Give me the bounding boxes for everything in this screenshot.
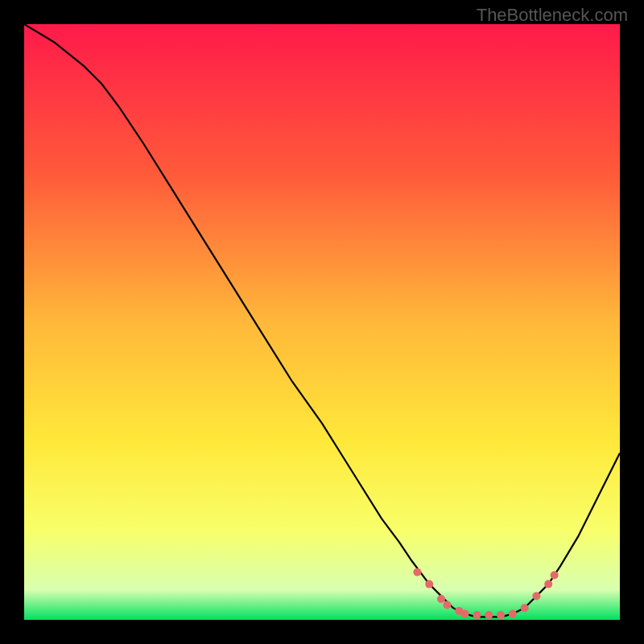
highlight-dot: [425, 580, 433, 588]
plot-area: [24, 24, 620, 620]
curve-layer: [24, 24, 620, 620]
watermark-text: TheBottleneck.com: [477, 5, 628, 26]
highlight-dot: [443, 601, 451, 609]
highlight-dot: [532, 592, 540, 600]
highlight-dot: [485, 611, 493, 619]
highlight-dot: [521, 604, 529, 612]
highlight-dot: [551, 572, 559, 580]
highlight-dot: [544, 580, 552, 588]
highlight-dot: [461, 610, 469, 618]
highlight-dot: [413, 568, 421, 576]
highlight-dots: [413, 568, 558, 619]
highlight-dot: [509, 610, 517, 618]
highlight-dot: [473, 611, 481, 619]
highlight-dot: [437, 595, 445, 603]
bottleneck-curve: [24, 24, 620, 617]
highlight-dot: [497, 611, 505, 619]
